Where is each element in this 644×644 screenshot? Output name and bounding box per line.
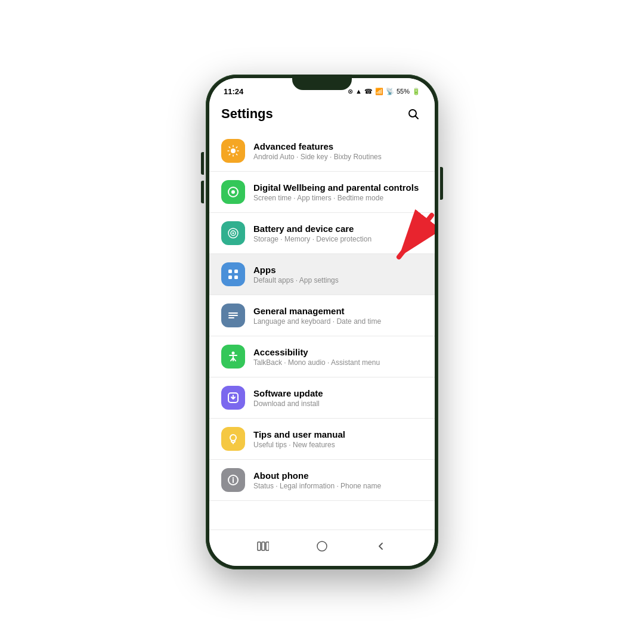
wifi-icon: 📶 bbox=[375, 88, 383, 95]
list-item[interactable]: Accessibility TalkBack · Mono audio · As… bbox=[209, 336, 435, 377]
svg-rect-8 bbox=[228, 270, 232, 273]
svg-rect-25 bbox=[262, 542, 265, 550]
page-title: Settings bbox=[221, 106, 273, 122]
recent-apps-button[interactable] bbox=[254, 537, 272, 555]
battery-icon: 🔋 bbox=[412, 88, 420, 95]
battery-care-subtitle: Storage · Memory · Device protection bbox=[253, 235, 423, 243]
digital-wellbeing-icon bbox=[221, 180, 245, 204]
svg-rect-11 bbox=[234, 275, 238, 279]
search-button[interactable] bbox=[404, 104, 423, 123]
software-update-text: Software update Download and install bbox=[253, 388, 423, 408]
tips-icon bbox=[221, 427, 245, 451]
svg-rect-24 bbox=[258, 542, 261, 550]
software-update-icon bbox=[221, 386, 245, 410]
list-item[interactable]: General management Language and keyboard… bbox=[209, 295, 435, 336]
svg-point-7 bbox=[233, 233, 234, 234]
software-update-title: Software update bbox=[253, 388, 423, 398]
list-item[interactable]: Digital Wellbeing and parental controls … bbox=[209, 172, 435, 213]
digital-wellbeing-subtitle: Screen time · App timers · Bedtime mode bbox=[253, 194, 423, 202]
battery-care-text: Battery and device care Storage · Memory… bbox=[253, 224, 423, 243]
svg-rect-27 bbox=[317, 541, 327, 551]
phone-frame: 11:24 ⊗ ▲ ☎ 📶 📡 55% 🔋 Settings bbox=[206, 75, 438, 569]
about-phone-title: About phone bbox=[253, 470, 423, 481]
battery-care-icon bbox=[221, 221, 245, 245]
svg-point-23 bbox=[233, 477, 234, 478]
advanced-features-subtitle: Android Auto · Side key · Bixby Routines bbox=[253, 153, 423, 161]
general-management-icon bbox=[221, 304, 245, 327]
svg-point-2 bbox=[231, 148, 236, 153]
home-button[interactable] bbox=[313, 537, 331, 555]
svg-line-1 bbox=[416, 116, 419, 119]
phone-screen: 11:24 ⊗ ▲ ☎ 📶 📡 55% 🔋 Settings bbox=[209, 78, 435, 566]
volume-up-button[interactable] bbox=[201, 152, 204, 175]
settings-header: Settings bbox=[209, 100, 435, 131]
about-phone-subtitle: Status · Legal information · Phone name bbox=[253, 482, 423, 490]
notch bbox=[292, 78, 352, 90]
list-item[interactable]: About phone Status · Legal information ·… bbox=[209, 460, 435, 501]
status-icons: ⊗ ▲ ☎ 📶 📡 55% 🔋 bbox=[348, 88, 420, 95]
apps-subtitle: Default apps · App settings bbox=[253, 276, 423, 284]
accessibility-icon bbox=[221, 345, 245, 369]
battery-text: 55% bbox=[397, 88, 410, 95]
advanced-features-text: Advanced features Android Auto · Side ke… bbox=[253, 141, 423, 161]
apps-title: Apps bbox=[253, 265, 423, 275]
svg-rect-14 bbox=[228, 312, 238, 314]
apps-text: Apps Default apps · App settings bbox=[253, 265, 423, 284]
svg-rect-26 bbox=[266, 542, 269, 550]
general-management-text: General management Language and keyboard… bbox=[253, 306, 423, 326]
list-item[interactable]: Apps Default apps · App settings bbox=[209, 254, 435, 295]
svg-rect-10 bbox=[228, 275, 232, 279]
advanced-features-icon bbox=[221, 139, 245, 163]
about-phone-icon bbox=[221, 468, 245, 492]
svg-point-19 bbox=[230, 435, 236, 441]
digital-wellbeing-text: Digital Wellbeing and parental controls … bbox=[253, 182, 423, 202]
svg-point-4 bbox=[231, 190, 235, 194]
svg-rect-15 bbox=[228, 315, 238, 316]
digital-wellbeing-title: Digital Wellbeing and parental controls bbox=[253, 182, 423, 193]
voicemail-icon: ☎ bbox=[364, 88, 373, 95]
notification-icon: ⊗ bbox=[348, 88, 353, 95]
apps-icon bbox=[221, 262, 245, 286]
warning-icon: ▲ bbox=[355, 88, 362, 95]
volume-down-button[interactable] bbox=[201, 181, 204, 203]
tips-subtitle: Useful tips · New features bbox=[253, 441, 423, 449]
settings-list: Advanced features Android Auto · Side ke… bbox=[209, 131, 435, 530]
general-management-title: General management bbox=[253, 306, 423, 316]
nav-bar bbox=[209, 530, 435, 566]
software-update-subtitle: Download and install bbox=[253, 400, 423, 408]
about-phone-text: About phone Status · Legal information ·… bbox=[253, 470, 423, 490]
signal-icon: 📡 bbox=[386, 88, 394, 95]
list-item[interactable]: Tips and user manual Useful tips · New f… bbox=[209, 419, 435, 460]
accessibility-title: Accessibility bbox=[253, 347, 423, 357]
battery-care-title: Battery and device care bbox=[253, 224, 423, 234]
list-item[interactable]: Software update Download and install bbox=[209, 377, 435, 419]
status-time: 11:24 bbox=[224, 87, 243, 96]
svg-point-17 bbox=[232, 352, 235, 355]
advanced-features-title: Advanced features bbox=[253, 141, 423, 151]
list-item[interactable]: Battery and device care Storage · Memory… bbox=[209, 213, 435, 254]
svg-rect-16 bbox=[228, 317, 234, 318]
accessibility-text: Accessibility TalkBack · Mono audio · As… bbox=[253, 347, 423, 367]
svg-rect-9 bbox=[234, 270, 238, 273]
tips-title: Tips and user manual bbox=[253, 429, 423, 439]
accessibility-subtitle: TalkBack · Mono audio · Assistant menu bbox=[253, 358, 423, 367]
back-button[interactable] bbox=[372, 537, 390, 555]
power-button[interactable] bbox=[440, 167, 443, 200]
tips-text: Tips and user manual Useful tips · New f… bbox=[253, 429, 423, 449]
list-item[interactable]: Advanced features Android Auto · Side ke… bbox=[209, 131, 435, 172]
general-management-subtitle: Language and keyboard · Date and time bbox=[253, 317, 423, 326]
